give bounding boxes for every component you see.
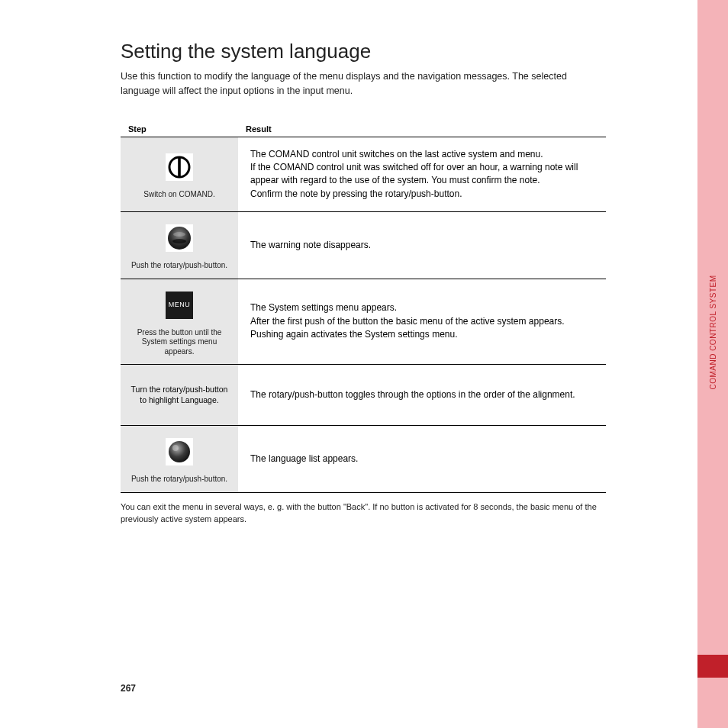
svg-point-5 xyxy=(169,441,190,462)
step-cell: Push the rotary/push-button. xyxy=(121,212,238,279)
result-cell: The language list appears. xyxy=(238,426,606,493)
step-cell: MENU Press the button until the System s… xyxy=(121,279,238,365)
table-row: MENU Press the button until the System s… xyxy=(121,279,606,365)
step-label: Press the button until the System settin… xyxy=(130,328,229,357)
table-row: Switch on COMAND. The COMAND control uni… xyxy=(121,137,606,212)
side-tab: COMAND CONTROL SYSTEM xyxy=(697,0,728,728)
table-header-result: Result xyxy=(238,120,606,137)
side-tab-label: COMAND CONTROL SYSTEM xyxy=(709,275,717,389)
power-icon xyxy=(166,153,193,181)
svg-point-2 xyxy=(168,227,191,250)
svg-point-4 xyxy=(173,232,185,237)
result-cell: The COMAND control unit switches on the … xyxy=(238,137,606,212)
push-button-icon xyxy=(166,224,193,252)
result-cell: The warning note disappears. xyxy=(238,212,606,279)
table-row: Push the rotary/push-button. The warning… xyxy=(121,212,606,279)
step-cell: Turn the rotary/push-button to highlight… xyxy=(121,365,238,426)
intro-text: Use this function to modify the language… xyxy=(121,69,606,98)
step-label: Switch on COMAND. xyxy=(130,190,229,200)
table-row: Push the rotary/push-button. The languag… xyxy=(121,426,606,493)
page-number: 267 xyxy=(121,683,136,694)
exit-note: You can exit the menu in several ways, e… xyxy=(121,501,606,526)
step-label: Push the rotary/push-button. xyxy=(130,475,229,485)
instruction-table: Step Result Switch on COMAND. The COMAND… xyxy=(121,120,606,493)
main-content: Setting the system language Use this fun… xyxy=(121,40,606,526)
menu-icon: MENU xyxy=(166,292,193,319)
svg-rect-1 xyxy=(178,157,181,177)
result-cell: The rotary/push-button toggles through t… xyxy=(238,365,606,426)
table-header-step: Step xyxy=(121,120,238,137)
step-label: Push the rotary/push-button. xyxy=(130,261,229,271)
svg-point-6 xyxy=(172,445,179,451)
page-title: Setting the system language xyxy=(121,40,606,63)
rotary-button-icon xyxy=(166,438,193,465)
result-cell: The System settings menu appears.After t… xyxy=(238,279,606,365)
table-row: Turn the rotary/push-button to highlight… xyxy=(121,365,606,426)
side-tab-marker xyxy=(697,655,728,678)
step-cell: Push the rotary/push-button. xyxy=(121,426,238,493)
step-cell: Switch on COMAND. xyxy=(121,137,238,212)
svg-point-3 xyxy=(172,239,186,243)
